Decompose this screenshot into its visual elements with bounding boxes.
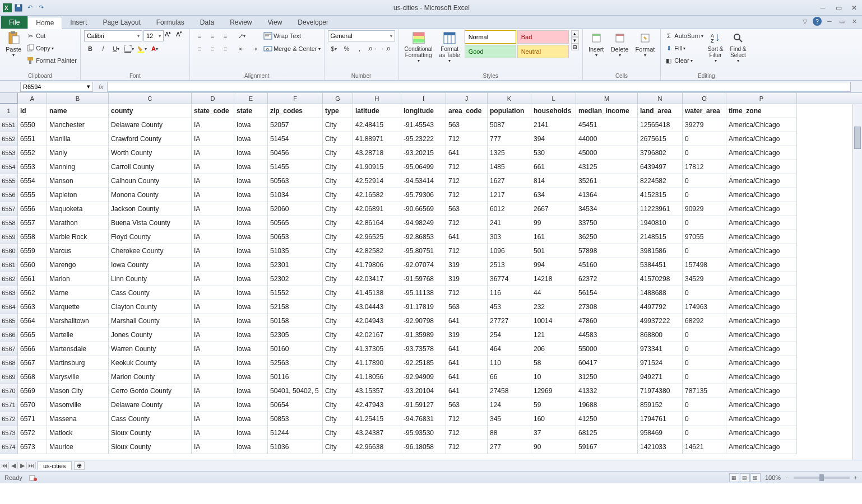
cell[interactable]: America/Chicago	[726, 286, 797, 300]
zoom-level[interactable]: 100%	[765, 474, 781, 481]
orientation-icon[interactable]: ⤢▾	[236, 30, 248, 41]
conditional-formatting-button[interactable]: Conditional Formatting▾	[402, 30, 435, 64]
cell[interactable]: America/Chicago	[726, 412, 797, 426]
cell[interactable]: 45160	[576, 258, 638, 272]
cell[interactable]: 50456	[268, 146, 323, 160]
cell[interactable]: -91.59127	[401, 398, 446, 412]
cell[interactable]: 41.79806	[353, 258, 401, 272]
cell[interactable]: 52301	[268, 258, 323, 272]
redo-icon[interactable]: ↷	[36, 3, 46, 13]
cell[interactable]: Iowa	[234, 426, 268, 440]
row-header[interactable]: 6557	[0, 202, 18, 216]
cell[interactable]: 41.45138	[353, 286, 401, 300]
cell[interactable]: 1217	[488, 188, 531, 202]
window-restore-icon[interactable]: ▭	[837, 17, 846, 26]
cell[interactable]: IA	[192, 370, 234, 384]
align-middle-icon[interactable]: ≡	[206, 30, 219, 41]
undo-icon[interactable]: ↶	[25, 3, 35, 13]
cell[interactable]: Warren County	[109, 342, 192, 356]
cell[interactable]: 6558	[18, 230, 47, 244]
window-close-icon[interactable]: ✕	[850, 17, 859, 26]
cell[interactable]: 712	[446, 426, 488, 440]
cell[interactable]: 0	[683, 342, 726, 356]
cell[interactable]: 41.17890	[353, 356, 401, 370]
excel-icon[interactable]: X	[2, 3, 12, 13]
cell[interactable]: America/Chicago	[726, 328, 797, 342]
cell[interactable]: Martensdale	[47, 342, 109, 356]
cell[interactable]: Iowa	[234, 356, 268, 370]
cell[interactable]: 0	[683, 398, 726, 412]
decrease-indent-icon[interactable]: ⇤	[236, 43, 248, 54]
cell[interactable]: 641	[446, 356, 488, 370]
align-left-icon[interactable]: ≡	[193, 43, 206, 54]
cell[interactable]: City	[323, 174, 353, 188]
restore-icon[interactable]: ▭	[833, 4, 844, 12]
cell[interactable]: City	[323, 342, 353, 356]
align-center-icon[interactable]: ≡	[206, 43, 219, 54]
cell[interactable]: 51244	[268, 426, 323, 440]
cell[interactable]: Maurice	[47, 440, 109, 454]
cell[interactable]: 712	[446, 174, 488, 188]
cell[interactable]: 41.18056	[353, 370, 401, 384]
tab-formulas[interactable]: Formulas	[149, 16, 192, 29]
cell[interactable]: -94.76831	[401, 412, 446, 426]
align-bottom-icon[interactable]: ≡	[219, 30, 231, 41]
cell[interactable]: 1485	[488, 160, 531, 174]
style-neutral[interactable]: Neutral	[517, 45, 569, 58]
insert-button[interactable]: Insert▾	[586, 30, 606, 59]
row-header[interactable]: 6564	[0, 300, 18, 314]
cell[interactable]: 6567	[18, 356, 47, 370]
cell[interactable]: -95.06499	[401, 160, 446, 174]
cell[interactable]: 6554	[18, 174, 47, 188]
cell[interactable]: Marshalltown	[47, 314, 109, 328]
cell[interactable]: Worth County	[109, 146, 192, 160]
cell[interactable]: Iowa	[234, 440, 268, 454]
cell[interactable]: America/Chicago	[726, 356, 797, 370]
cell[interactable]: 4152315	[638, 188, 683, 202]
cell[interactable]: 6573	[18, 440, 47, 454]
cell[interactable]: Mapleton	[47, 188, 109, 202]
cell[interactable]: 4497792	[638, 300, 683, 314]
cell[interactable]: Iowa	[234, 300, 268, 314]
comma-icon[interactable]: ,	[354, 43, 366, 54]
cell[interactable]: Clayton County	[109, 300, 192, 314]
cell[interactable]: America/Chicago	[726, 174, 797, 188]
cell[interactable]: 34534	[576, 202, 638, 216]
row-header[interactable]: 6572	[0, 412, 18, 426]
column-header-N[interactable]: N	[638, 93, 683, 104]
cell[interactable]: 50158	[268, 314, 323, 328]
cell[interactable]: 49937222	[638, 314, 683, 328]
cell[interactable]: City	[323, 328, 353, 342]
cell[interactable]: IA	[192, 342, 234, 356]
cell[interactable]: 19688	[576, 398, 638, 412]
cell[interactable]: America/Chicago	[726, 230, 797, 244]
cell[interactable]: 12969	[531, 384, 576, 398]
cell[interactable]: 6556	[18, 202, 47, 216]
cell[interactable]: Iowa	[234, 132, 268, 146]
cell[interactable]: 2141	[531, 118, 576, 132]
cell[interactable]: 0	[683, 132, 726, 146]
cell[interactable]: 994	[531, 258, 576, 272]
cell[interactable]: 66	[488, 370, 531, 384]
cell[interactable]: 5384451	[638, 258, 683, 272]
cell[interactable]: 41364	[576, 188, 638, 202]
cell[interactable]: -91.45543	[401, 118, 446, 132]
style-bad[interactable]: Bad	[517, 30, 569, 44]
cell[interactable]: -95.23222	[401, 132, 446, 146]
cell[interactable]: 6569	[18, 384, 47, 398]
align-top-icon[interactable]: ≡	[193, 30, 206, 41]
cell[interactable]: America/Chicago	[726, 118, 797, 132]
cell[interactable]: 0	[683, 286, 726, 300]
border-button[interactable]: ▾	[123, 43, 135, 54]
cell[interactable]: City	[323, 188, 353, 202]
cell[interactable]: 58	[531, 356, 576, 370]
cell[interactable]: Iowa	[234, 216, 268, 230]
cell[interactable]: 45451	[576, 118, 638, 132]
cell[interactable]: Carroll County	[109, 160, 192, 174]
cell[interactable]: America/Chicago	[726, 398, 797, 412]
cell[interactable]: Sioux County	[109, 440, 192, 454]
cell[interactable]: 42.86164	[353, 216, 401, 230]
column-header-C[interactable]: C	[109, 93, 192, 104]
cell[interactable]: 958469	[638, 426, 683, 440]
cell[interactable]: -93.20215	[401, 146, 446, 160]
